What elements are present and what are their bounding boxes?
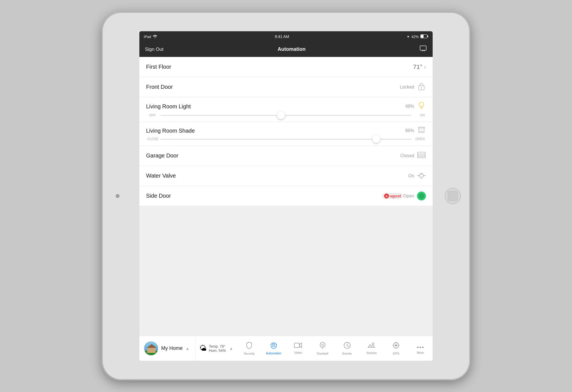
device-row-side-door[interactable]: Side Door a ugust Open — [139, 186, 433, 206]
scenes-icon — [368, 342, 375, 350]
temp-value: 78° — [220, 344, 225, 348]
svg-point-0 — [155, 37, 156, 38]
weather-data: Temp. 78° Hum. 54% — [209, 344, 226, 353]
shade-slider-row[interactable]: CLOSE OPEN — [146, 137, 426, 141]
svg-rect-2 — [427, 35, 428, 37]
device-row-front-door[interactable]: Front Door Locked — [139, 77, 433, 97]
security-tab-label: Security — [244, 352, 255, 355]
tab-bar-home[interactable]: My Home ▲ — [139, 336, 195, 361]
tab-events[interactable]: Events — [337, 340, 357, 357]
device-row-living-room-light[interactable]: Living Room Light 48% OFF — [139, 97, 433, 122]
device-name-side-door-container: Side Door a ugust — [146, 193, 403, 199]
light-slider-thumb[interactable] — [277, 111, 285, 119]
shade-slider-track[interactable] — [161, 139, 411, 140]
screen-mirror-icon[interactable] — [420, 46, 427, 53]
water-valve-icon — [417, 171, 426, 180]
tabs-nav: Security Automation — [237, 336, 433, 361]
temp-label: Temp. — [209, 344, 219, 348]
device-row-living-room-shade[interactable]: Living Room Shade 86% CLOSE — [139, 122, 433, 146]
tab-doorbell[interactable]: Doorbell — [313, 340, 332, 357]
more-icon — [417, 343, 424, 350]
weather-chevron-icon: ▲ — [229, 346, 233, 351]
svg-point-25 — [395, 345, 397, 346]
device-row-first-floor[interactable]: First Floor 71° › — [139, 57, 433, 77]
svg-rect-18 — [273, 344, 275, 347]
svg-point-21 — [322, 344, 323, 346]
tab-automation[interactable]: Automation — [264, 340, 283, 357]
gps-tab-label: GPS — [393, 352, 399, 355]
light-slider-row[interactable]: OFF ON — [146, 113, 426, 117]
slider-close-label: CLOSE — [147, 137, 158, 141]
device-list: First Floor 71° › Front Door Locked — [139, 57, 433, 206]
garage-door-icon — [417, 152, 426, 160]
tab-bar: My Home ▲ 🌤 Temp. 78° Hum. 54% ▲ — [139, 336, 433, 361]
light-slider-track[interactable] — [161, 115, 411, 116]
tab-video[interactable]: Video — [288, 340, 308, 357]
device-status-water-valve: On — [408, 173, 414, 178]
events-icon — [344, 342, 351, 351]
events-tab-label: Events — [342, 352, 352, 355]
video-icon — [294, 343, 302, 350]
battery-icon — [420, 34, 428, 39]
front-camera — [116, 194, 120, 198]
sign-out-button[interactable]: Sign Out — [145, 47, 163, 52]
august-brand-badge: a ugust — [382, 193, 403, 199]
hum-display: Hum. 54% — [209, 348, 226, 353]
automation-tab-label: Automation — [266, 352, 282, 355]
slider-off-label: OFF — [147, 113, 158, 117]
svg-point-20 — [320, 342, 325, 347]
device-status-side-door: Open — [403, 193, 414, 199]
weather-icon: 🌤 — [199, 344, 207, 353]
svg-rect-16 — [147, 347, 156, 353]
svg-point-29 — [422, 346, 424, 348]
svg-point-28 — [420, 346, 421, 348]
weather-widget[interactable]: 🌤 Temp. 78° Hum. 54% ▲ — [195, 336, 237, 361]
status-right: ✦ 42% — [407, 34, 428, 39]
video-tab-label: Video — [294, 351, 302, 354]
device-name-water-valve: Water Valve — [146, 173, 408, 179]
home-name-label: My Home — [161, 345, 183, 351]
slider-on-label: ON — [414, 113, 425, 117]
bluetooth-icon: ✦ — [407, 35, 410, 39]
ipad-label: iPad — [144, 35, 151, 39]
device-name-living-room-shade: Living Room Shade — [146, 128, 405, 134]
device-status-garage-door: Closed — [400, 153, 414, 158]
doorbell-icon — [320, 342, 326, 351]
lightbulb-icon — [417, 102, 426, 111]
ipad-screen: iPad 9:41 AM ✦ 42% — [139, 31, 433, 361]
nav-bar: Sign Out Automation — [139, 42, 433, 57]
tab-scenes[interactable]: Scenes — [362, 340, 381, 357]
tab-gps[interactable]: GPS — [386, 340, 406, 357]
battery-percent: 42% — [411, 35, 419, 39]
temp-display: Temp. 78° — [209, 344, 226, 348]
automation-icon — [270, 342, 277, 350]
main-content: First Floor 71° › Front Door Locked — [139, 57, 433, 336]
status-left: iPad — [144, 35, 157, 39]
status-bar: iPad 9:41 AM ✦ 42% — [139, 31, 433, 42]
device-row-water-valve[interactable]: Water Valve On — [139, 166, 433, 186]
ipad-shell: iPad 9:41 AM ✦ 42% — [102, 12, 470, 380]
device-row-garage-door[interactable]: Garage Door Closed — [139, 146, 433, 166]
nav-title: Automation — [278, 46, 306, 52]
device-status-living-room-shade: 86% — [405, 128, 414, 133]
light-slider-fill — [161, 115, 281, 116]
svg-text:a: a — [386, 194, 388, 198]
device-status-front-door: Locked — [400, 85, 414, 90]
svg-rect-11 — [420, 174, 423, 177]
svg-point-23 — [372, 343, 374, 345]
shade-slider-thumb[interactable] — [372, 135, 380, 143]
home-button[interactable] — [445, 188, 461, 204]
scenes-tab-label: Scenes — [366, 351, 377, 355]
slider-open-label: OPEN — [414, 137, 425, 141]
device-name-side-door: Side Door — [146, 193, 380, 199]
shade-icon — [417, 126, 426, 135]
door-open-indicator — [417, 192, 426, 200]
device-status-first-floor: 71° — [413, 63, 422, 71]
device-row-main-light: Living Room Light 48% — [146, 102, 426, 111]
svg-rect-8 — [419, 128, 424, 132]
doorbell-tab-label: Doorbell — [317, 352, 328, 355]
door-open-indicator-inner — [419, 193, 424, 199]
tab-more[interactable]: More — [411, 340, 430, 357]
tab-security[interactable]: Security — [239, 340, 259, 357]
device-name-front-door: Front Door — [146, 84, 400, 90]
